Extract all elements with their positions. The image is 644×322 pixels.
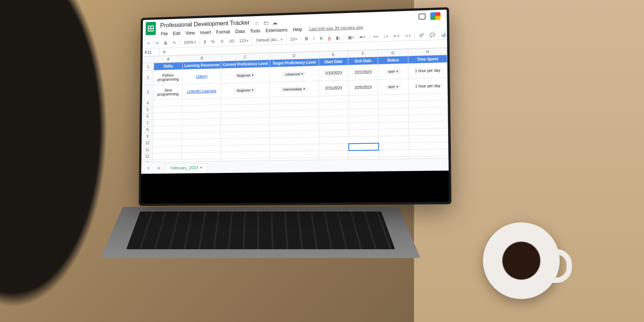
cell[interactable]: 1 hour per day [408, 78, 448, 94]
cell[interactable] [153, 146, 182, 153]
increase-decimal[interactable]: .00 [227, 38, 236, 44]
decrease-decimal[interactable]: .0 [219, 38, 225, 44]
cell[interactable] [153, 133, 182, 140]
sheets-logo-icon[interactable] [146, 22, 156, 35]
column-header-A[interactable]: A [154, 56, 182, 63]
cell[interactable] [182, 145, 221, 153]
cell[interactable] [348, 95, 378, 102]
link-icon[interactable]: 🔗 [417, 32, 426, 39]
cell[interactable]: 2/22/2023 [348, 64, 378, 80]
v-align-icon[interactable]: ↕ [382, 33, 389, 39]
cell[interactable]: Advanced [269, 66, 319, 82]
select-all-corner[interactable] [143, 56, 154, 63]
header-cell[interactable]: Start Date [319, 58, 348, 66]
undo-icon[interactable]: ↶ [146, 40, 152, 47]
cell[interactable] [269, 123, 319, 131]
cell[interactable] [379, 143, 409, 150]
cell[interactable] [269, 130, 319, 138]
header-cell[interactable]: Time Spent [408, 55, 447, 64]
menu-help[interactable]: Help [291, 26, 304, 34]
cell[interactable]: LinkedIn Learning [182, 83, 221, 99]
cell[interactable] [269, 117, 319, 124]
menu-format[interactable]: Format [214, 28, 232, 36]
header-cell[interactable]: End Date [348, 57, 378, 65]
dropdown-chip[interactable]: Intermediate [280, 86, 308, 92]
cell[interactable] [182, 152, 220, 159]
cell[interactable]: WIP [378, 64, 408, 80]
cell[interactable]: Udemy [182, 69, 221, 84]
cell[interactable] [409, 107, 448, 115]
menu-insert[interactable]: Insert [198, 29, 213, 36]
menu-tools[interactable]: Tools [248, 27, 263, 35]
h-align-icon[interactable]: ≡ [372, 33, 380, 39]
menu-edit[interactable]: Edit [171, 30, 182, 37]
cell[interactable]: Python programming [154, 69, 183, 85]
header-cell[interactable]: Status [378, 56, 408, 64]
name-box[interactable]: F11 [143, 48, 160, 56]
cell[interactable] [348, 136, 378, 143]
column-header-G[interactable]: G [378, 49, 408, 57]
cell[interactable]: WIP [378, 79, 408, 95]
zoom-select[interactable]: 100% [182, 39, 197, 46]
row-header-6[interactable]: 6 [142, 113, 153, 120]
cell[interactable] [378, 136, 409, 143]
cell[interactable] [378, 94, 409, 102]
dropdown-chip[interactable]: WIP [385, 69, 401, 74]
format-currency[interactable]: $ [202, 39, 208, 45]
fill-color-icon[interactable]: ◧ [335, 34, 342, 41]
cell[interactable] [348, 150, 378, 157]
cell[interactable] [319, 150, 349, 158]
cell[interactable]: 2/15/2023 [319, 80, 348, 96]
cell[interactable] [348, 129, 378, 136]
row-header-8[interactable]: 8 [142, 127, 153, 133]
comments-icon[interactable] [419, 13, 426, 20]
cell[interactable] [153, 106, 182, 113]
cell[interactable] [153, 139, 182, 146]
cell[interactable] [319, 143, 349, 151]
cell[interactable] [348, 102, 378, 109]
format-percent[interactable]: % [210, 38, 216, 44]
dropdown-chip[interactable]: Beginner [234, 87, 256, 93]
menu-extensions[interactable]: Extensions [263, 26, 290, 34]
cell[interactable] [221, 138, 269, 146]
menu-view[interactable]: View [183, 29, 197, 37]
cell[interactable] [319, 102, 348, 110]
row-header-11[interactable]: 11 [141, 146, 153, 153]
cell[interactable] [348, 143, 378, 150]
paint-format-icon[interactable]: ✎ [171, 39, 177, 46]
cell[interactable] [153, 126, 182, 133]
last-edit-link[interactable]: Last edit was 39 minutes ago [307, 24, 366, 33]
row-header-1[interactable]: 1 [143, 63, 154, 71]
row-header-2[interactable]: 2 [142, 70, 154, 85]
cell[interactable] [182, 105, 221, 113]
cell[interactable] [269, 144, 319, 151]
spreadsheet-grid[interactable]: ABCDEFGH1SkillsLearning ResourcesCurrent… [141, 48, 449, 162]
merge-icon[interactable]: ⬌ [358, 34, 367, 40]
cell[interactable] [182, 139, 221, 146]
rotate-icon[interactable]: ⤾ [403, 32, 412, 39]
cell[interactable] [220, 151, 269, 159]
cell[interactable] [182, 112, 221, 119]
font-size-select[interactable]: 10 [289, 36, 299, 42]
cell[interactable]: Beginner [221, 82, 269, 98]
cell[interactable] [221, 145, 269, 152]
cell[interactable] [409, 128, 448, 136]
meet-icon[interactable] [430, 12, 440, 20]
cell[interactable] [221, 131, 269, 139]
all-sheets-button[interactable]: ≡ [155, 164, 162, 172]
cell[interactable] [378, 115, 409, 122]
row-header-12[interactable]: 12 [141, 153, 153, 160]
cell[interactable] [348, 108, 378, 116]
print-icon[interactable]: 🖶 [162, 40, 169, 46]
cell[interactable] [319, 123, 348, 130]
dropdown-chip[interactable]: Advanced [282, 71, 306, 77]
font-select[interactable]: Default (Ari... [255, 36, 284, 43]
redo-icon[interactable]: ↷ [154, 40, 160, 47]
cell[interactable] [319, 130, 348, 137]
comment-insert-icon[interactable]: 💬 [428, 31, 437, 38]
more-formats[interactable]: 123 [238, 38, 250, 44]
italic-button[interactable]: I [312, 35, 316, 41]
row-header-7[interactable]: 7 [142, 120, 153, 127]
cell[interactable] [409, 135, 448, 143]
cell[interactable] [153, 119, 182, 127]
